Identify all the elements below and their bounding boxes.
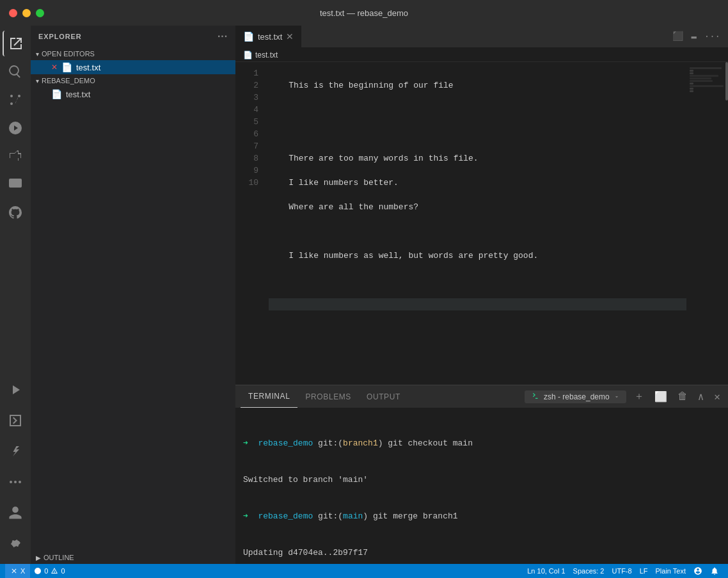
status-bell[interactable]	[706, 564, 723, 578]
activity-search[interactable]	[3, 59, 28, 84]
status-bell-icon	[710, 566, 719, 575]
tab-close-button[interactable]: ✕	[286, 31, 294, 42]
activity-account[interactable]	[3, 500, 28, 526]
activity-explorer[interactable]	[3, 31, 28, 56]
status-warning-icon	[51, 567, 58, 575]
activity-run-debug[interactable]	[3, 115, 28, 141]
close-file-icon[interactable]: ✕	[51, 63, 58, 72]
svg-point-4	[10, 481, 12, 483]
outline-chevron: ▶	[36, 554, 41, 561]
editor-tab-test-txt[interactable]: 📄 test.txt ✕	[235, 26, 302, 47]
status-error-count: 0	[44, 567, 48, 575]
outline-label: OUTLINE	[44, 554, 74, 561]
activity-settings[interactable]	[3, 531, 28, 556]
panel-tab-output[interactable]: OUTPUT	[359, 385, 408, 408]
status-x-button[interactable]: X	[5, 564, 30, 578]
maximize-panel-button[interactable]: ∧	[695, 389, 707, 405]
kill-terminal-button[interactable]: 🗑	[675, 389, 690, 404]
code-line-2	[269, 104, 686, 116]
panel-tabs: TERMINAL PROBLEMS OUTPUT zsh - rebase_de…	[235, 385, 728, 408]
more-actions-button[interactable]: ···	[702, 30, 723, 43]
split-editor-button[interactable]: ⬛	[670, 29, 686, 43]
activity-extensions[interactable]	[3, 143, 28, 169]
layout-button[interactable]: ▬	[688, 30, 699, 43]
breadcrumb-filename: test.txt	[255, 51, 278, 60]
editor-area: 📄 test.txt ✕ ⬛ ▬ ··· 📄 test.txt 1 2 3 4 …	[235, 26, 728, 564]
minimap	[686, 62, 728, 385]
terminal-line-3: ➜ rebase_demo git:(main) git merge branc…	[243, 510, 720, 522]
window-title: test.txt — rebase_demo	[320, 8, 408, 18]
activity-remote[interactable]	[3, 172, 28, 197]
activity-github[interactable]	[3, 200, 28, 225]
minimize-button[interactable]	[22, 9, 31, 17]
breadcrumb-file-icon: 📄	[243, 51, 253, 60]
status-x-label: X	[20, 567, 25, 575]
maximize-button[interactable]	[36, 9, 44, 17]
activity-azure[interactable]	[3, 438, 28, 464]
status-line-ending[interactable]: LF	[636, 564, 652, 578]
status-line-ending-text: LF	[640, 567, 648, 575]
code-line-6: Where are all the numbers?	[269, 201, 686, 213]
code-line-5: I like numbers better.	[269, 177, 686, 189]
panel-tab-problems[interactable]: PROBLEMS	[297, 385, 359, 408]
rebase-demo-filename: test.txt	[66, 90, 90, 99]
split-terminal-button[interactable]: ⬜	[652, 389, 670, 405]
status-warning-count: 0	[61, 567, 65, 575]
status-language[interactable]: Plain Text	[652, 564, 690, 578]
code-line-1: This is the beginning of our file	[269, 79, 686, 92]
code-line-4: There are too many words in this file.	[269, 152, 686, 165]
code-line-10	[269, 298, 686, 310]
svg-point-5	[14, 481, 17, 483]
add-terminal-button[interactable]: ＋	[631, 389, 647, 405]
tab-bar: 📄 test.txt ✕ ⬛ ▬ ···	[235, 26, 728, 48]
explorer-title: EXPLORER	[38, 33, 82, 40]
status-x-icon	[10, 567, 18, 575]
rebase-demo-test-txt[interactable]: 📄 test.txt	[31, 87, 235, 101]
terminal-line-2: Switched to branch 'main'	[243, 474, 720, 486]
open-editor-filename: test.txt	[76, 63, 100, 72]
code-content[interactable]: This is the beginning of our file There …	[266, 62, 686, 385]
activity-bottom	[3, 377, 28, 559]
terminal-dropdown-icon	[613, 394, 620, 400]
activity-source-control[interactable]	[3, 87, 28, 113]
close-panel-button[interactable]: ✕	[711, 389, 723, 405]
activity-run[interactable]	[3, 377, 28, 403]
breadcrumb: 📄 test.txt	[235, 48, 728, 62]
panel-tab-terminal[interactable]: TERMINAL	[241, 385, 297, 408]
status-errors[interactable]: 0 0	[30, 564, 68, 578]
minimap-content	[690, 67, 725, 93]
status-error-icon	[34, 567, 42, 575]
code-line-3	[269, 128, 686, 140]
sidebar-more-button[interactable]: ···	[218, 31, 228, 42]
status-position[interactable]: Ln 10, Col 1	[523, 564, 569, 578]
status-spaces[interactable]: Spaces: 2	[569, 564, 608, 578]
terminal-icon	[531, 392, 540, 401]
line-numbers: 1 2 3 4 5 6 7 8 9 10	[235, 62, 266, 385]
terminal-panel: TERMINAL PROBLEMS OUTPUT zsh - rebase_de…	[235, 385, 728, 564]
code-editor[interactable]: 1 2 3 4 5 6 7 8 9 10 This is the beginni…	[235, 62, 728, 385]
activity-bar	[0, 26, 31, 564]
sidebar: EXPLORER ··· ▾ OPEN EDITORS ✕ 📄 test.txt…	[31, 26, 235, 564]
status-bar: X 0 0 Ln 10, Col 1 Spaces: 2 UTF-8 LF Pl…	[0, 564, 728, 578]
open-editors-section[interactable]: ▾ OPEN EDITORS	[31, 47, 235, 60]
open-editor-test-txt[interactable]: ✕ 📄 test.txt	[31, 60, 235, 74]
terminal-line-1: ➜ rebase_demo git:(branch1) git checkout…	[243, 437, 720, 449]
terminal-label[interactable]: zsh - rebase_demo	[525, 390, 626, 403]
traffic-lights	[9, 9, 44, 17]
activity-more[interactable]	[3, 469, 28, 495]
minimap-scrollbar[interactable]	[725, 62, 728, 100]
outline-section[interactable]: ▶ OUTLINE	[31, 551, 235, 564]
svg-point-1	[18, 95, 20, 97]
panel-tab-actions: zsh - rebase_demo ＋ ⬜ 🗑 ∧ ✕	[525, 389, 723, 405]
sidebar-bottom: ▶ OUTLINE	[31, 551, 235, 564]
status-encoding-text: UTF-8	[612, 567, 631, 575]
activity-terminal[interactable]	[3, 408, 28, 433]
status-encoding[interactable]: UTF-8	[608, 564, 635, 578]
status-notifications[interactable]	[690, 564, 706, 578]
code-line-8: I like numbers as well, but words are pr…	[269, 250, 686, 262]
rebase-demo-section[interactable]: ▾ REBASE_DEMO	[31, 74, 235, 87]
close-button[interactable]	[9, 9, 17, 17]
terminal-content[interactable]: ➜ rebase_demo git:(branch1) git checkout…	[235, 408, 728, 564]
code-line-7	[269, 225, 686, 237]
status-right: Ln 10, Col 1 Spaces: 2 UTF-8 LF Plain Te…	[523, 564, 723, 578]
